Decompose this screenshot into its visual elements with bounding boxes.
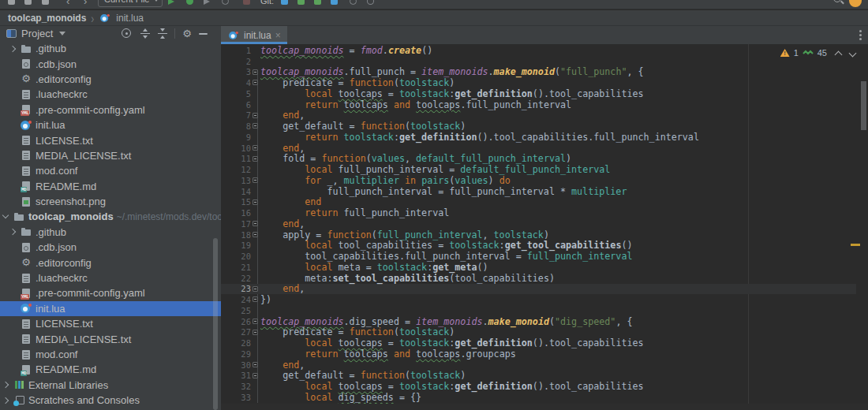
line-number[interactable]: 12 xyxy=(221,165,251,174)
code-line[interactable]: 18 apply = function(full_punch_interval,… xyxy=(221,229,856,240)
chevron-down-icon[interactable] xyxy=(59,32,65,35)
code-line[interactable]: 21 local meta = toolstack:get_meta() xyxy=(221,262,856,273)
line-number[interactable]: 31 xyxy=(221,371,251,380)
line-number[interactable]: 2 xyxy=(221,57,251,66)
save-all-icon[interactable] xyxy=(24,0,32,5)
code-line[interactable]: 3toolcap_monoids.full_punch = item_monoi… xyxy=(221,67,856,78)
line-number[interactable]: 17 xyxy=(221,219,251,229)
search-icon[interactable] xyxy=(833,0,841,2)
fold-collapse-icon[interactable] xyxy=(253,177,258,183)
code-line[interactable]: 6 return toolcaps and toolcaps.full_punc… xyxy=(221,99,856,110)
panel-settings-button[interactable]: ⚙ xyxy=(181,28,193,40)
line-number[interactable]: 29 xyxy=(221,349,251,359)
horizontal-scrollbar-track[interactable] xyxy=(221,404,868,410)
line-number[interactable]: 8 xyxy=(221,121,251,131)
tree-row[interactable]: init.lua xyxy=(0,301,221,316)
line-number[interactable]: 5 xyxy=(221,89,251,99)
project-panel-title[interactable]: Project xyxy=(21,28,53,39)
line-number[interactable]: 9 xyxy=(221,132,251,142)
code-line[interactable]: 22 meta:set_tool_capabilities(tool_capab… xyxy=(221,273,856,284)
breadcrumb-project[interactable]: toolcap_monoids xyxy=(8,13,86,24)
locate-file-button[interactable] xyxy=(121,28,133,40)
expand-all-button[interactable] xyxy=(139,28,152,40)
line-number[interactable]: 14 xyxy=(221,187,251,196)
tree-row[interactable]: screenshot.png xyxy=(0,194,221,209)
line-number[interactable]: 4 xyxy=(221,78,251,88)
tab-options-icon[interactable] xyxy=(859,30,862,40)
fold-end-icon[interactable] xyxy=(253,362,258,367)
next-problem-icon[interactable] xyxy=(850,50,855,56)
fold-end-icon[interactable] xyxy=(253,286,258,292)
chevron-collapsed-icon[interactable] xyxy=(2,397,9,404)
tab-init-lua[interactable]: init.lua × xyxy=(221,26,287,44)
fold-end-icon[interactable] xyxy=(253,113,258,118)
code-line[interactable]: 28 local toolcaps = toolstack:get_defini… xyxy=(221,337,856,348)
fold-collapse-icon[interactable] xyxy=(253,232,258,237)
user-avatar[interactable] xyxy=(849,0,862,7)
tree-row[interactable]: .luacheckrc xyxy=(0,87,221,102)
prev-problem-icon[interactable] xyxy=(836,50,841,56)
tree-scrollbar[interactable] xyxy=(213,238,218,410)
tree-row[interactable]: .cdb.json xyxy=(0,56,221,71)
code-line[interactable]: 16 return full_punch_interval xyxy=(221,207,856,218)
code-line[interactable]: 26toolcap_monoids.dig_speed = item_monoi… xyxy=(221,316,856,327)
line-number[interactable]: 16 xyxy=(221,208,251,218)
debug-icon[interactable] xyxy=(186,0,193,5)
line-number[interactable]: 23 xyxy=(221,284,251,293)
code-line[interactable]: 25 xyxy=(221,305,856,316)
tree-row[interactable]: mod.conf xyxy=(0,347,221,362)
chevron-collapsed-icon[interactable] xyxy=(9,45,17,53)
tree-row[interactable]: init.lua xyxy=(0,117,221,132)
fold-collapse-icon[interactable] xyxy=(253,373,258,378)
warning-stripe-mark[interactable] xyxy=(851,244,860,246)
line-number[interactable]: 10 xyxy=(221,144,251,153)
code-line[interactable]: 1toolcap_monoids = fmod.create() xyxy=(221,45,856,56)
tree-row[interactable]: mod.conf xyxy=(0,163,221,178)
git-commit-icon[interactable] xyxy=(297,0,305,5)
sync-icon[interactable] xyxy=(42,0,49,5)
stop-icon[interactable] xyxy=(243,0,250,5)
line-number[interactable]: 27 xyxy=(221,327,251,337)
nav-back-icon[interactable]: ‹ xyxy=(66,0,69,7)
chevron-collapsed-icon[interactable] xyxy=(9,228,17,236)
code-line[interactable]: 15 end xyxy=(221,197,856,208)
breadcrumb-file[interactable]: init.lua xyxy=(116,13,144,24)
fold-collapse-icon[interactable] xyxy=(253,319,258,324)
line-number[interactable]: 3 xyxy=(221,67,251,76)
line-number[interactable]: 6 xyxy=(221,100,251,110)
code-line[interactable]: 27 predicate = function(toolstack) xyxy=(221,327,856,338)
fold-collapse-icon[interactable] xyxy=(253,156,258,162)
tree-row[interactable]: .github xyxy=(0,41,221,56)
chevron-expanded-icon[interactable] xyxy=(2,213,9,221)
code-line[interactable]: 12 local full_punch_interval = default_f… xyxy=(221,164,856,175)
tree-row[interactable]: MEDIA_LICENSE.txt xyxy=(0,148,221,163)
code-line[interactable]: 17 end, xyxy=(221,218,856,229)
collapse-all-button[interactable] xyxy=(156,28,169,40)
git-rollback-icon[interactable] xyxy=(350,0,357,5)
tree-row[interactable]: YML.pre-commit-config.yaml xyxy=(0,285,221,300)
code-line[interactable]: 20 tool_capabilities.full_punch_interval… xyxy=(221,251,856,262)
line-number[interactable]: 26 xyxy=(221,317,251,326)
code-editor[interactable]: 1toolcap_monoids = fmod.create()23toolca… xyxy=(221,44,868,404)
line-number[interactable]: 15 xyxy=(221,197,251,207)
code-line[interactable]: 10 end, xyxy=(221,143,856,154)
git-update-icon[interactable] xyxy=(281,0,288,5)
line-number[interactable]: 1 xyxy=(221,46,251,55)
run-config-selector[interactable]: Current File xyxy=(98,0,163,7)
line-number[interactable]: 18 xyxy=(221,230,251,240)
line-number[interactable]: 13 xyxy=(221,176,251,185)
tree-row[interactable]: External Libraries xyxy=(0,378,221,393)
editor-scrollbar[interactable] xyxy=(861,81,866,130)
fold-end-icon[interactable] xyxy=(253,199,258,205)
fold-collapse-icon[interactable] xyxy=(253,330,258,335)
tree-row[interactable]: MEDIA_LICENSE.txt xyxy=(0,331,221,346)
tree-row[interactable]: .cdb.json xyxy=(0,240,221,255)
code-line[interactable]: 23 end, xyxy=(221,284,856,295)
tree-row[interactable]: LICENSE.txt xyxy=(0,132,221,147)
code-line[interactable]: 13 for _, multiplier in pairs(values) do xyxy=(221,175,856,186)
tree-row[interactable]: ⚙.editorconfig xyxy=(0,255,221,270)
line-number[interactable]: 21 xyxy=(221,263,251,272)
code-line[interactable]: 8 get_default = function(toolstack) xyxy=(221,121,856,132)
git-history-icon[interactable] xyxy=(367,0,374,5)
line-number[interactable]: 30 xyxy=(221,360,251,370)
